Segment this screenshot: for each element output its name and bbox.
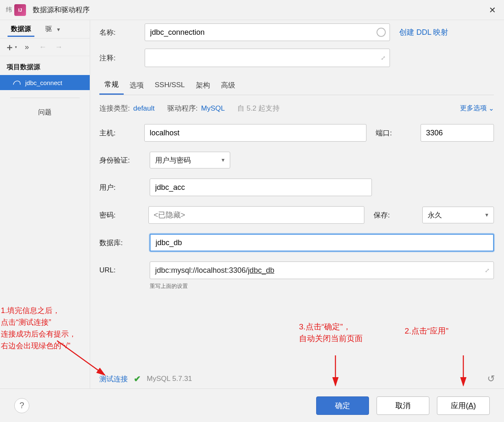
database-label: 数据库: <box>99 238 150 248</box>
password-input[interactable] <box>148 206 364 224</box>
auth-select-value: 用户与密码 <box>155 155 191 165</box>
status-bar: 测试连接 ✔ MySQL 5.7.31 ↺ <box>99 373 495 384</box>
more-options-label: 更多选项 <box>460 104 487 113</box>
mysql-version: MySQL 5.7.31 <box>147 375 192 383</box>
dialog-footer: ? 确定 取消 应用(A) <box>0 388 504 422</box>
revert-icon[interactable]: ↺ <box>487 373 495 384</box>
annotation-note-2: 2.点击“应用” <box>405 325 449 337</box>
driver-since: 自 5.2 起支持 <box>237 104 280 113</box>
test-connection-link[interactable]: 测试连接 <box>99 374 128 384</box>
user-input[interactable] <box>150 179 372 196</box>
auth-select[interactable]: 用户与密码 ▼ <box>150 152 230 168</box>
conn-type-label: 连接类型: <box>99 104 130 113</box>
comment-label: 注释: <box>99 53 145 63</box>
sidebar-problems[interactable]: 问题 <box>0 106 90 119</box>
port-input[interactable] <box>421 124 494 142</box>
chevron-down-icon: ▼ <box>221 157 226 163</box>
apply-label-prefix: 应用( <box>451 401 468 410</box>
url-prefix: jdbc:mysql://localhost:3306/ <box>155 266 248 275</box>
chevron-down-icon: ⌄ <box>488 104 494 112</box>
tab-advanced[interactable]: 高级 <box>216 75 240 94</box>
sidebar-toolbar: ＋▾ » ← → <box>0 39 90 56</box>
apply-label-key: A <box>468 401 473 410</box>
connection-info-line: 连接类型: default 驱动程序: MySQL 自 5.2 起支持 更多选项… <box>99 104 494 113</box>
user-label: 用户: <box>99 183 150 192</box>
tab-options[interactable]: 选项 <box>125 75 149 94</box>
forward-icon: → <box>54 42 64 52</box>
driver-label: 驱动程序: <box>167 104 198 113</box>
sidebar-tab-drivers[interactable]: 驱 <box>42 21 55 37</box>
annotation-note-3: 3.点击“确定”， 自动关闭当前页面 <box>299 321 363 344</box>
url-hint: 重写上面的设置 <box>150 282 494 290</box>
chevron-down-icon[interactable]: ▾ <box>57 26 60 33</box>
more-icon[interactable]: » <box>22 42 32 52</box>
sidebar-tabs: 数据源 驱 ▾ <box>0 20 90 39</box>
sidebar-item-datasource[interactable]: jdbc_connect <box>0 75 90 90</box>
save-select[interactable]: 永久 ▼ <box>422 207 494 223</box>
apply-label-suffix: ) <box>473 401 476 410</box>
port-label: 端口: <box>376 128 421 138</box>
sidebar-section-title: 项目数据源 <box>0 56 90 75</box>
url-label: URL: <box>99 266 150 274</box>
app-icon: IJ <box>14 4 26 16</box>
sidebar: 数据源 驱 ▾ ＋▾ » ← → 项目数据源 jdbc_connect 问题 1… <box>0 20 90 388</box>
name-label: 名称: <box>99 28 145 37</box>
cancel-button[interactable]: 取消 <box>377 396 429 415</box>
password-label: 密码: <box>99 210 148 220</box>
help-button[interactable]: ? <box>14 398 29 413</box>
auth-label: 身份验证: <box>99 155 150 165</box>
dialog-title: 数据源和驱动程序 <box>33 5 486 15</box>
tab-schema[interactable]: 架构 <box>191 75 215 94</box>
color-badge[interactable] <box>377 28 386 37</box>
main-panel: 名称: 创建 DDL 映射 注释: ⤢ 常规 选项 SSH/SSL 架构 高级 … <box>90 20 504 388</box>
check-icon: ✔ <box>134 374 141 384</box>
url-db-part: jdbc_db <box>248 266 274 275</box>
back-icon: ← <box>38 42 48 52</box>
driver-value[interactable]: MySQL <box>201 104 225 113</box>
apply-button[interactable]: 应用(A) <box>437 396 490 415</box>
expand-icon[interactable]: ⤢ <box>485 267 490 274</box>
host-input[interactable] <box>144 124 366 142</box>
add-button[interactable]: ＋▾ <box>6 42 16 52</box>
sidebar-item-label: jdbc_connect <box>25 79 62 86</box>
host-label: 主机: <box>99 128 144 138</box>
annotation-note-1: 1.填完信息之后， 点击“测试连接” 连接成功后会有提示， 右边会出现绿色的“√… <box>1 305 76 352</box>
url-input[interactable]: jdbc:mysql://localhost:3306/jdbc_db <box>150 261 494 279</box>
expand-icon[interactable]: ⤢ <box>381 54 386 61</box>
divider <box>10 98 80 98</box>
chevron-down-icon: ▼ <box>484 212 489 218</box>
tab-ssh[interactable]: SSH/SSL <box>150 76 190 93</box>
database-input[interactable] <box>150 234 494 251</box>
sidebar-tab-sources[interactable]: 数据源 <box>8 21 34 37</box>
save-select-value: 永久 <box>428 210 442 220</box>
edge-handle: 纬 <box>6 6 12 14</box>
main-tabs: 常规 选项 SSH/SSL 架构 高级 <box>99 75 494 95</box>
comment-input[interactable] <box>145 49 390 67</box>
tab-general[interactable]: 常规 <box>99 75 124 95</box>
conn-type-value[interactable]: default <box>133 104 155 113</box>
close-icon[interactable]: ✕ <box>486 4 498 16</box>
name-input[interactable] <box>145 23 390 41</box>
create-ddl-mapping-link[interactable]: 创建 DDL 映射 <box>399 27 448 37</box>
more-options-link[interactable]: 更多选项 ⌄ <box>460 104 494 113</box>
mysql-icon <box>13 80 21 85</box>
titlebar: 纬 IJ 数据源和驱动程序 ✕ <box>0 0 504 20</box>
ok-button[interactable]: 确定 <box>316 396 369 415</box>
save-label: 保存: <box>374 210 423 220</box>
